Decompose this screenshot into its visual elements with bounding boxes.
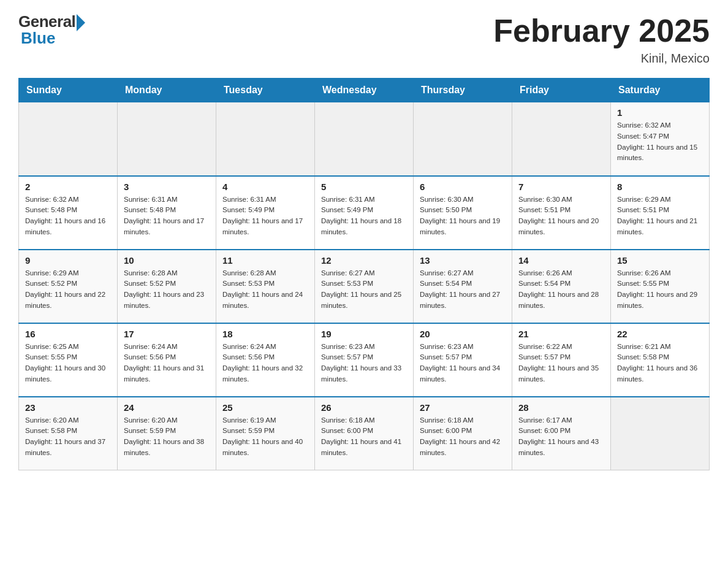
week-row-1: 1Sunrise: 6:32 AMSunset: 5:47 PMDaylight…	[19, 102, 710, 176]
day-number: 27	[420, 402, 506, 413]
day-cell: 12Sunrise: 6:27 AMSunset: 5:53 PMDayligh…	[315, 250, 414, 323]
week-row-4: 16Sunrise: 6:25 AMSunset: 5:55 PMDayligh…	[19, 323, 710, 397]
col-header-saturday: Saturday	[611, 79, 710, 102]
day-cell: 10Sunrise: 6:28 AMSunset: 5:52 PMDayligh…	[118, 250, 216, 323]
day-number: 13	[420, 255, 506, 266]
day-info: Sunrise: 6:20 AMSunset: 5:59 PMDaylight:…	[124, 415, 210, 459]
day-cell	[118, 102, 216, 176]
col-header-tuesday: Tuesday	[216, 79, 315, 102]
day-cell: 28Sunrise: 6:17 AMSunset: 6:00 PMDayligh…	[512, 397, 611, 470]
day-info: Sunrise: 6:29 AMSunset: 5:51 PMDaylight:…	[617, 194, 703, 238]
day-cell: 16Sunrise: 6:25 AMSunset: 5:55 PMDayligh…	[19, 323, 118, 397]
day-number: 3	[124, 182, 210, 192]
day-info: Sunrise: 6:18 AMSunset: 6:00 PMDaylight:…	[420, 415, 506, 459]
day-number: 12	[321, 255, 407, 266]
day-info: Sunrise: 6:24 AMSunset: 5:56 PMDaylight:…	[124, 342, 210, 385]
page-header: General Blue February 2025 Kinil, Mexico	[18, 12, 710, 66]
week-row-3: 9Sunrise: 6:29 AMSunset: 5:52 PMDaylight…	[19, 250, 710, 323]
day-cell: 3Sunrise: 6:31 AMSunset: 5:48 PMDaylight…	[118, 176, 216, 250]
day-cell: 11Sunrise: 6:28 AMSunset: 5:53 PMDayligh…	[216, 250, 315, 323]
day-number: 11	[222, 255, 308, 266]
day-number: 5	[321, 182, 407, 192]
day-cell: 24Sunrise: 6:20 AMSunset: 5:59 PMDayligh…	[118, 397, 216, 470]
day-number: 10	[124, 255, 210, 266]
day-number: 7	[518, 182, 604, 192]
day-cell: 17Sunrise: 6:24 AMSunset: 5:56 PMDayligh…	[118, 323, 216, 397]
day-cell	[414, 102, 512, 176]
day-number: 2	[25, 182, 111, 192]
day-info: Sunrise: 6:30 AMSunset: 5:51 PMDaylight:…	[518, 194, 604, 238]
day-cell: 7Sunrise: 6:30 AMSunset: 5:51 PMDaylight…	[512, 176, 611, 250]
day-cell: 20Sunrise: 6:23 AMSunset: 5:57 PMDayligh…	[414, 323, 512, 397]
day-info: Sunrise: 6:25 AMSunset: 5:55 PMDaylight:…	[25, 342, 111, 385]
day-info: Sunrise: 6:26 AMSunset: 5:54 PMDaylight:…	[518, 268, 604, 312]
day-number: 20	[420, 329, 506, 339]
header-row: SundayMondayTuesdayWednesdayThursdayFrid…	[19, 79, 710, 102]
day-info: Sunrise: 6:24 AMSunset: 5:56 PMDaylight:…	[222, 342, 308, 385]
day-info: Sunrise: 6:23 AMSunset: 5:57 PMDaylight:…	[420, 342, 506, 385]
day-info: Sunrise: 6:23 AMSunset: 5:57 PMDaylight:…	[321, 342, 407, 385]
col-header-wednesday: Wednesday	[315, 79, 414, 102]
day-number: 16	[25, 329, 111, 339]
col-header-friday: Friday	[512, 79, 611, 102]
day-info: Sunrise: 6:22 AMSunset: 5:57 PMDaylight:…	[518, 342, 604, 385]
day-cell: 6Sunrise: 6:30 AMSunset: 5:50 PMDaylight…	[414, 176, 512, 250]
day-number: 21	[518, 329, 604, 339]
day-info: Sunrise: 6:28 AMSunset: 5:52 PMDaylight:…	[124, 268, 210, 312]
day-number: 9	[25, 255, 111, 266]
day-number: 28	[518, 402, 604, 413]
day-number: 26	[321, 402, 407, 413]
calendar-table: SundayMondayTuesdayWednesdayThursdayFrid…	[18, 78, 710, 470]
day-cell	[611, 397, 710, 470]
day-cell: 5Sunrise: 6:31 AMSunset: 5:49 PMDaylight…	[315, 176, 414, 250]
day-info: Sunrise: 6:30 AMSunset: 5:50 PMDaylight:…	[420, 194, 506, 238]
day-cell: 8Sunrise: 6:29 AMSunset: 5:51 PMDaylight…	[611, 176, 710, 250]
day-cell: 18Sunrise: 6:24 AMSunset: 5:56 PMDayligh…	[216, 323, 315, 397]
day-number: 4	[222, 182, 308, 192]
week-row-2: 2Sunrise: 6:32 AMSunset: 5:48 PMDaylight…	[19, 176, 710, 250]
calendar-subtitle: Kinil, Mexico	[493, 52, 710, 66]
day-number: 17	[124, 329, 210, 339]
day-cell: 14Sunrise: 6:26 AMSunset: 5:54 PMDayligh…	[512, 250, 611, 323]
day-number: 18	[222, 329, 308, 339]
title-block: February 2025 Kinil, Mexico	[493, 12, 710, 66]
day-info: Sunrise: 6:32 AMSunset: 5:47 PMDaylight:…	[617, 120, 703, 164]
day-number: 6	[420, 182, 506, 192]
day-info: Sunrise: 6:29 AMSunset: 5:52 PMDaylight:…	[25, 268, 111, 312]
day-info: Sunrise: 6:28 AMSunset: 5:53 PMDaylight:…	[222, 268, 308, 312]
day-cell: 19Sunrise: 6:23 AMSunset: 5:57 PMDayligh…	[315, 323, 414, 397]
day-info: Sunrise: 6:19 AMSunset: 5:59 PMDaylight:…	[222, 415, 308, 459]
day-info: Sunrise: 6:26 AMSunset: 5:55 PMDaylight:…	[617, 268, 703, 312]
day-number: 23	[25, 402, 111, 413]
day-info: Sunrise: 6:21 AMSunset: 5:58 PMDaylight:…	[617, 342, 703, 385]
day-cell: 1Sunrise: 6:32 AMSunset: 5:47 PMDaylight…	[611, 102, 710, 176]
day-cell: 15Sunrise: 6:26 AMSunset: 5:55 PMDayligh…	[611, 250, 710, 323]
day-cell	[512, 102, 611, 176]
day-cell	[315, 102, 414, 176]
day-cell: 2Sunrise: 6:32 AMSunset: 5:48 PMDaylight…	[19, 176, 118, 250]
day-info: Sunrise: 6:31 AMSunset: 5:49 PMDaylight:…	[321, 194, 407, 238]
day-cell: 22Sunrise: 6:21 AMSunset: 5:58 PMDayligh…	[611, 323, 710, 397]
day-number: 22	[617, 329, 703, 339]
day-info: Sunrise: 6:27 AMSunset: 5:53 PMDaylight:…	[321, 268, 407, 312]
day-number: 25	[222, 402, 308, 413]
logo-arrow-icon	[77, 14, 85, 31]
col-header-sunday: Sunday	[19, 79, 118, 102]
day-number: 24	[124, 402, 210, 413]
day-number: 15	[617, 255, 703, 266]
day-cell: 25Sunrise: 6:19 AMSunset: 5:59 PMDayligh…	[216, 397, 315, 470]
logo-blue-text: Blue	[18, 29, 55, 48]
day-cell: 13Sunrise: 6:27 AMSunset: 5:54 PMDayligh…	[414, 250, 512, 323]
day-info: Sunrise: 6:31 AMSunset: 5:49 PMDaylight:…	[222, 194, 308, 238]
day-info: Sunrise: 6:27 AMSunset: 5:54 PMDaylight:…	[420, 268, 506, 312]
calendar-title: February 2025	[493, 12, 710, 49]
day-info: Sunrise: 6:20 AMSunset: 5:58 PMDaylight:…	[25, 415, 111, 459]
week-row-5: 23Sunrise: 6:20 AMSunset: 5:58 PMDayligh…	[19, 397, 710, 470]
day-cell: 27Sunrise: 6:18 AMSunset: 6:00 PMDayligh…	[414, 397, 512, 470]
day-info: Sunrise: 6:32 AMSunset: 5:48 PMDaylight:…	[25, 194, 111, 238]
day-cell: 23Sunrise: 6:20 AMSunset: 5:58 PMDayligh…	[19, 397, 118, 470]
col-header-thursday: Thursday	[414, 79, 512, 102]
day-cell: 4Sunrise: 6:31 AMSunset: 5:49 PMDaylight…	[216, 176, 315, 250]
day-cell	[19, 102, 118, 176]
day-cell: 26Sunrise: 6:18 AMSunset: 6:00 PMDayligh…	[315, 397, 414, 470]
